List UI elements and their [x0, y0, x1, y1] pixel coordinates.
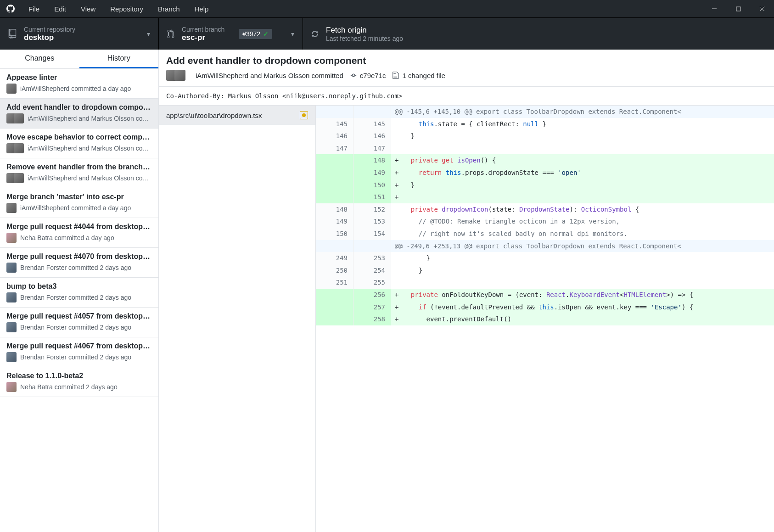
diff-line: 251255 [316, 276, 774, 289]
diff-line: 249253 } [316, 252, 774, 264]
diff-line: @@ -249,6 +253,13 @@ export class Toolba… [316, 240, 774, 252]
commit-item[interactable]: Add event handler to dropdown compon…iAm… [0, 99, 158, 129]
commit-item[interactable]: Merge branch 'master' into esc-priAmWill… [0, 188, 158, 218]
titlebar: FileEditViewRepositoryBranchHelp [0, 0, 774, 17]
diff-line: 149153 // @TODO: Remake triangle octicon… [316, 215, 774, 228]
file-item[interactable]: app\src\ui\toolbar\dropdown.tsx [159, 106, 315, 125]
changed-files: 1 changed file [393, 71, 445, 79]
commit-item[interactable]: Remove event handler from the branches..… [0, 158, 158, 188]
commit-item-title: Move escape behavior to correct compo… [6, 133, 152, 141]
repo-value: desktop [24, 33, 75, 42]
sidebar-tabs: Changes History [0, 50, 158, 69]
commit-item[interactable]: Move escape behavior to correct compo…iA… [0, 129, 158, 158]
diff-line: 258+ event.preventDefault() [316, 313, 774, 325]
branch-value: esc-pr [182, 33, 224, 42]
commit-detail: Add event handler to dropdown component … [159, 50, 774, 532]
fetch-title: Fetch origin [326, 26, 403, 35]
commit-item-meta: Brendan Forster committed 2 days ago [6, 263, 152, 273]
commit-item-title: bump to beta3 [6, 282, 152, 291]
commit-item[interactable]: bump to beta3Brendan Forster committed 2… [0, 278, 158, 308]
commit-item[interactable]: Merge pull request #4044 from desktop/…N… [0, 218, 158, 248]
chevron-down-icon: ▾ [291, 30, 294, 38]
window-controls [702, 0, 774, 17]
git-pull-request-icon [167, 29, 174, 39]
menu-edit[interactable]: Edit [47, 5, 73, 13]
commit-item-meta: Brendan Forster committed 2 days ago [6, 352, 152, 362]
chevron-down-icon: ▾ [147, 30, 150, 38]
toolbar: Current repository desktop ▾ Current bra… [0, 17, 774, 50]
app-menu: FileEditViewRepositoryBranchHelp [21, 5, 216, 13]
commit-item-meta: iAmWillShepherd and Markus Olsson co… [6, 143, 152, 153]
svg-rect-1 [736, 7, 740, 11]
repo-dropdown[interactable]: Current repository desktop ▾ [0, 18, 159, 50]
diff-line: 146146 } [316, 130, 774, 142]
commit-item-meta: iAmWillShepherd committed a day ago [6, 84, 152, 94]
diff-line: 148152 private dropdownIcon(state: Dropd… [316, 203, 774, 216]
commit-sha-icon: c79e71c [350, 72, 386, 79]
commit-item-title: Merge branch 'master' into esc-pr [6, 193, 152, 201]
commit-authors: iAmWillShepherd and Markus Olsson commit… [196, 72, 343, 79]
menu-file[interactable]: File [21, 5, 47, 13]
sidebar: Changes History Appease linteriAmWillShe… [0, 50, 159, 532]
commit-sha: c79e71c [360, 72, 386, 79]
commit-title: Add event handler to dropdown component [166, 55, 767, 66]
diff-line: 150+ } [316, 179, 774, 191]
changed-file-list: app\src\ui\toolbar\dropdown.tsx [159, 106, 316, 532]
sync-icon [311, 30, 319, 38]
diff-line: 147147 [316, 142, 774, 155]
commit-item[interactable]: Release to 1.1.0-beta2Neha Batra committ… [0, 367, 158, 397]
close-button[interactable] [750, 0, 774, 17]
author-avatars [166, 70, 185, 81]
menu-branch[interactable]: Branch [151, 5, 187, 13]
menu-repository[interactable]: Repository [103, 5, 151, 13]
commit-item[interactable]: Merge pull request #4067 from desktop/…B… [0, 337, 158, 367]
branch-dropdown[interactable]: Current branch esc-pr #3972 ✓ ▾ [159, 18, 303, 50]
commit-header: Add event handler to dropdown component … [159, 50, 774, 87]
commit-item-meta: iAmWillShepherd and Markus Olsson co… [6, 173, 152, 183]
diff-line: 151+ [316, 191, 774, 203]
repo-label: Current repository [24, 26, 75, 33]
maximize-button[interactable] [726, 0, 750, 17]
commit-item-meta: Brendan Forster committed 2 days ago [6, 292, 152, 302]
commit-item[interactable]: Merge pull request #4070 from desktop/…B… [0, 248, 158, 278]
github-logo-icon [0, 5, 21, 13]
commit-description: Co-Authored-By: Markus Olsson <niik@user… [159, 87, 774, 106]
commit-item-title: Add event handler to dropdown compon… [6, 103, 152, 112]
diff-view[interactable]: @@ -145,6 +145,10 @@ export class Toolba… [316, 106, 774, 532]
commit-item-meta: Brendan Forster committed 2 days ago [6, 322, 152, 332]
commit-item-title: Merge pull request #4067 from desktop/… [6, 342, 152, 350]
diff-line: @@ -145,6 +145,10 @@ export class Toolba… [316, 106, 774, 118]
diff-line: 150154 // right now it's scaled badly on… [316, 228, 774, 240]
commit-item-meta: Neha Batra committed 2 days ago [6, 382, 152, 392]
minimize-button[interactable] [702, 0, 726, 17]
file-path: app\src\ui\toolbar\dropdown.tsx [166, 112, 262, 119]
tab-history[interactable]: History [79, 50, 159, 68]
commit-item-meta: Neha Batra committed a day ago [6, 233, 152, 243]
menu-view[interactable]: View [73, 5, 103, 13]
pr-number: #3972 [242, 30, 260, 38]
diff-line: 145145 this.state = { clientRect: null } [316, 118, 774, 130]
commit-item[interactable]: Appease linteriAmWillShepherd committed … [0, 69, 158, 99]
commit-item[interactable]: Merge pull request #4057 from desktop/…B… [0, 308, 158, 337]
diff-line: 257+ if (!event.defaultPrevented && this… [316, 301, 774, 314]
branch-label: Current branch [182, 26, 224, 33]
commit-item-title: Merge pull request #4057 from desktop/… [6, 312, 152, 320]
modified-icon [300, 111, 308, 119]
commit-item-title: Appease linter [6, 73, 152, 82]
commit-list[interactable]: Appease linteriAmWillShepherd committed … [0, 69, 158, 532]
commit-item-title: Merge pull request #4070 from desktop/… [6, 252, 152, 261]
repo-icon [8, 29, 17, 39]
commit-item-title: Release to 1.1.0-beta2 [6, 372, 152, 380]
tab-changes[interactable]: Changes [0, 50, 79, 68]
commit-item-title: Remove event handler from the branches.. [6, 163, 152, 171]
check-icon: ✓ [263, 30, 269, 38]
diff-line: 256+ private onFoldoutKeyDown = (event: … [316, 289, 774, 301]
diff-line: 250254 } [316, 264, 774, 277]
fetch-button[interactable]: Fetch origin Last fetched 2 minutes ago [303, 18, 448, 50]
fetch-sub: Last fetched 2 minutes ago [326, 35, 403, 42]
menu-help[interactable]: Help [187, 5, 216, 13]
diff-line: 148+ private get isOpen() { [316, 154, 774, 167]
commit-item-meta: iAmWillShepherd committed a day ago [6, 203, 152, 213]
commit-item-title: Merge pull request #4044 from desktop/… [6, 223, 152, 231]
pr-badge: #3972 ✓ [239, 29, 272, 39]
